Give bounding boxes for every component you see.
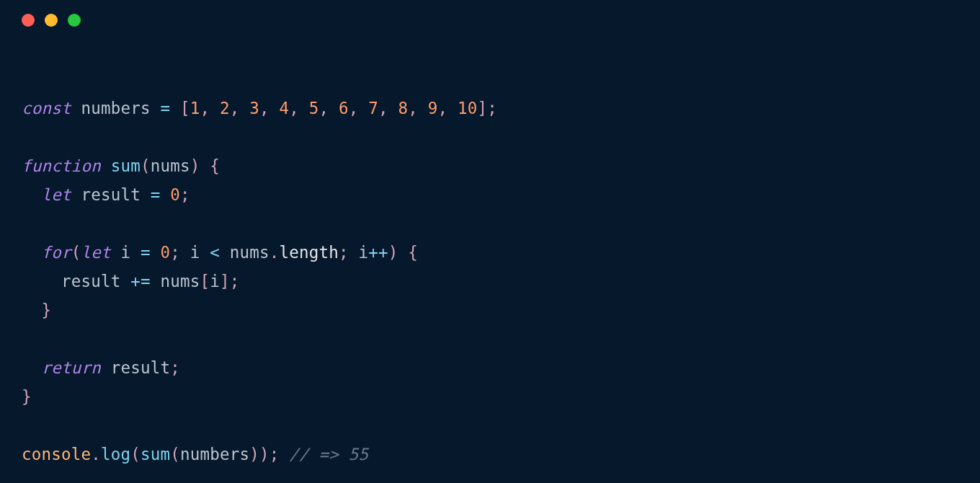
ident-nums: nums xyxy=(160,272,200,291)
code-line: const numbers = [1, 2, 3, 4, 5, 6, 7, 8,… xyxy=(22,99,497,118)
fn-sum: sum xyxy=(141,445,170,464)
lt: < xyxy=(210,243,220,262)
code-line: result += nums[i]; xyxy=(22,272,239,291)
rparen: ) xyxy=(249,445,259,464)
ident-i: i xyxy=(190,243,200,262)
semi: ; xyxy=(487,99,497,118)
ident-result: result xyxy=(61,272,120,291)
lparen: ( xyxy=(170,445,180,464)
indent xyxy=(22,185,42,204)
lbracket: [ xyxy=(200,272,210,291)
code-line: return result; xyxy=(22,358,180,377)
num-10: 10 xyxy=(458,99,478,118)
eq: = xyxy=(141,243,151,262)
fn-log: log xyxy=(101,445,130,464)
lbrace: { xyxy=(210,156,220,175)
ident-nums: nums xyxy=(230,243,270,262)
comma: , xyxy=(259,99,280,118)
num-0: 0 xyxy=(161,243,171,262)
rbrace: } xyxy=(42,301,52,319)
space xyxy=(71,99,81,118)
code-line: } xyxy=(22,387,32,406)
dot: . xyxy=(91,445,101,464)
space xyxy=(101,156,111,175)
comma: , xyxy=(408,99,428,118)
code-line: let result = 0; xyxy=(22,185,190,204)
comment: // => 55 xyxy=(289,445,368,464)
window-titlebar xyxy=(0,0,980,40)
space xyxy=(180,243,190,262)
num-9: 9 xyxy=(428,99,438,118)
space xyxy=(398,243,408,262)
fn-sum: sum xyxy=(111,156,141,175)
dot: . xyxy=(270,243,280,262)
semi: ; xyxy=(170,358,180,377)
minimize-icon[interactable] xyxy=(45,14,58,27)
ident-result: result xyxy=(81,185,141,204)
code-window: const numbers = [1, 2, 3, 4, 5, 6, 7, 8,… xyxy=(0,0,980,483)
semi: ; xyxy=(230,272,240,291)
rbrace: } xyxy=(22,387,32,406)
num-1: 1 xyxy=(190,99,200,118)
semi: ; xyxy=(270,445,280,464)
indent xyxy=(22,358,42,377)
ident-i: i xyxy=(358,243,368,262)
comma: , xyxy=(378,99,398,118)
num-0: 0 xyxy=(170,185,180,204)
ident-nums: nums xyxy=(151,156,190,175)
comma: , xyxy=(318,99,339,118)
space xyxy=(141,185,151,204)
num-3: 3 xyxy=(249,99,259,118)
space xyxy=(200,243,210,262)
space xyxy=(151,243,161,262)
keyword-let: let xyxy=(42,185,71,204)
code-line: } xyxy=(22,301,51,319)
space xyxy=(200,156,210,175)
space xyxy=(151,99,161,118)
space xyxy=(151,272,161,291)
comma: , xyxy=(289,99,309,118)
space xyxy=(101,358,111,377)
eq: = xyxy=(160,99,170,118)
num-5: 5 xyxy=(309,99,319,118)
space xyxy=(130,243,141,262)
keyword-let: let xyxy=(81,243,111,262)
rbracket: ] xyxy=(220,272,230,291)
ident-i: i xyxy=(210,272,220,291)
space xyxy=(170,99,180,118)
ident-result: result xyxy=(111,358,170,377)
space xyxy=(220,243,230,262)
num-7: 7 xyxy=(368,99,378,118)
ident-numbers: numbers xyxy=(180,445,249,464)
num-6: 6 xyxy=(339,99,349,118)
num-4: 4 xyxy=(279,99,289,118)
semi: ; xyxy=(180,185,190,204)
lparen: ( xyxy=(141,156,151,175)
obj-console: console xyxy=(22,445,91,464)
space xyxy=(120,272,130,291)
zoom-icon[interactable] xyxy=(68,14,81,27)
semi: ; xyxy=(170,243,180,262)
indent xyxy=(22,272,61,291)
space xyxy=(71,185,81,204)
plusplus: ++ xyxy=(368,243,388,262)
ident-numbers: numbers xyxy=(81,99,150,118)
lbracket: [ xyxy=(180,99,190,118)
lparen: ( xyxy=(130,445,141,464)
num-2: 2 xyxy=(220,99,230,118)
close-icon[interactable] xyxy=(22,14,35,27)
keyword-for: for xyxy=(42,243,71,262)
comma: , xyxy=(437,99,458,118)
semi: ; xyxy=(339,243,349,262)
code-line: function sum(nums) { xyxy=(22,156,220,175)
pluseq: += xyxy=(130,272,151,291)
code-line: for(let i = 0; i < nums.length; i++) { xyxy=(22,243,418,262)
lparen: ( xyxy=(71,243,81,262)
comma: , xyxy=(200,99,220,118)
keyword-function: function xyxy=(22,156,101,175)
ident-i: i xyxy=(121,243,131,262)
rparen: ) xyxy=(259,445,270,464)
space xyxy=(111,243,121,262)
lbrace: { xyxy=(408,243,418,262)
prop-length: length xyxy=(280,243,339,262)
